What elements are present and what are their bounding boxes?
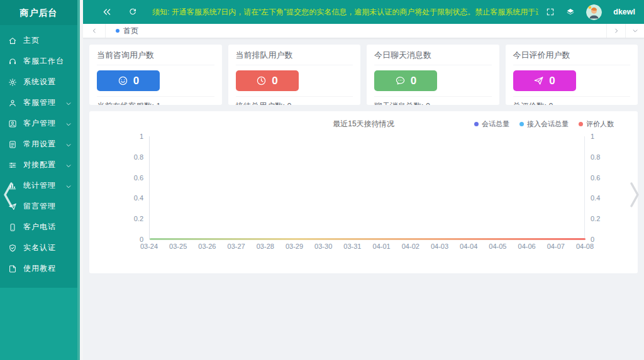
- y-tick-label: 1: [591, 133, 594, 140]
- stat-value: 0: [272, 75, 277, 87]
- x-tick-label: 04-08: [576, 243, 594, 250]
- stat-button[interactable]: 0: [374, 70, 437, 91]
- chevron-down-icon: [65, 183, 72, 189]
- stat-value: 0: [411, 75, 416, 87]
- announcement-text: 须知: 开通客服系统7日内，请在“左下角”提交您的实名信息，逾期未认证的商户将处…: [152, 7, 538, 18]
- stat-value: 0: [133, 75, 139, 87]
- page-content: 当前咨询用户数 0 当前在线客服数: 1 当前排队用户数: [83, 38, 644, 360]
- y-tick-label: 0.8: [134, 153, 143, 161]
- chevron-down-icon: [65, 141, 72, 148]
- sidebar-item[interactable]: 客服工作台: [0, 51, 77, 72]
- stat-card-footer: 当前在线客服数: 1: [97, 97, 214, 105]
- stat-card: 今日评价用户数 0 总评价数: 0: [506, 45, 638, 105]
- x-tick-label: 04-01: [373, 243, 391, 250]
- stat-card-footer: 聊天消息总数: 0: [374, 97, 492, 105]
- config-icon: [8, 161, 17, 170]
- clock-icon: [256, 75, 267, 86]
- stat-button[interactable]: 0: [97, 70, 160, 91]
- legend-item[interactable]: 评价人数: [579, 119, 614, 129]
- y-tick-label: 0.2: [134, 215, 143, 222]
- x-tick-label: 04-07: [547, 243, 565, 250]
- sidebar-nav: 主页 客服工作台 系统设置 客服管理: [0, 25, 77, 288]
- legend-dot: [579, 122, 583, 126]
- x-tick-label: 03-25: [169, 243, 187, 250]
- stat-card-title: 今日聊天消息数: [374, 50, 492, 65]
- chart-plot-area: [149, 136, 585, 239]
- username[interactable]: dkewl: [613, 8, 635, 16]
- collapse-sidebar-icon[interactable]: [102, 7, 112, 17]
- legend-label: 会话总量: [482, 119, 509, 129]
- legend-item[interactable]: 会话总量: [474, 119, 509, 129]
- stat-card-footer: 接待总用户数: 0: [236, 97, 353, 105]
- y-tick-label: 0.4: [134, 194, 143, 202]
- chart-panel: 最近15天接待情况 会话总量 接入会话总量: [89, 111, 638, 273]
- stat-card-title: 今日评价用户数: [513, 50, 631, 65]
- refresh-icon[interactable]: [128, 8, 137, 16]
- chevron-down-icon: [65, 162, 72, 168]
- customer-icon: [8, 119, 17, 128]
- x-tick-label: 03-31: [343, 243, 361, 250]
- send-icon: [533, 75, 544, 86]
- stat-card-title: 当前咨询用户数: [97, 50, 214, 65]
- x-tick-label: 03-24: [140, 243, 158, 250]
- tab-bar: 首页: [83, 24, 644, 38]
- stat-cards-row: 当前咨询用户数 0 当前在线客服数: 1 当前排队用户数: [89, 45, 638, 105]
- topbar: 须知: 开通客服系统7日内，请在“左下角”提交您的实名信息，逾期未认证的商户将处…: [83, 0, 644, 24]
- gear-icon: [8, 78, 17, 87]
- sidebar-item[interactable]: 实名认证: [0, 237, 77, 258]
- layers-icon[interactable]: [566, 8, 575, 16]
- x-tick-label: 03-28: [257, 243, 274, 250]
- tabs-scroll-left-icon[interactable]: [83, 24, 106, 38]
- stat-button[interactable]: 0: [236, 70, 299, 91]
- tabs-scroll-right-icon[interactable]: [606, 24, 625, 38]
- legend-item[interactable]: 接入会话总量: [519, 119, 569, 129]
- legend-label: 接入会话总量: [527, 119, 569, 129]
- y-tick-label: 0.6: [591, 174, 600, 182]
- y-tick-label: 0.8: [591, 153, 600, 161]
- sidebar-item[interactable]: 对接配置: [0, 155, 77, 175]
- stat-card: 当前排队用户数 0 接待总用户数: 0: [228, 45, 361, 105]
- sidebar-item[interactable]: 客服管理: [0, 92, 77, 113]
- chat-icon: [395, 75, 406, 86]
- chevron-down-icon: [65, 100, 72, 106]
- tabs-spacer: [148, 24, 606, 38]
- tab-home[interactable]: 首页: [106, 24, 148, 38]
- home-icon: [8, 36, 17, 45]
- x-tick-label: 04-02: [402, 243, 419, 250]
- avatar[interactable]: [586, 4, 602, 20]
- sidebar-item[interactable]: 主页: [0, 30, 77, 51]
- agent-icon: [8, 99, 17, 107]
- stat-value: 0: [549, 75, 555, 87]
- sidebar-item[interactable]: 使用教程: [0, 258, 77, 279]
- sidebar-item[interactable]: 客户管理: [0, 113, 77, 134]
- x-tick-label: 04-04: [460, 243, 477, 250]
- settings-doc-icon: [8, 140, 17, 149]
- sidebar-item[interactable]: 客户电话: [0, 217, 77, 237]
- headset-icon: [8, 57, 17, 66]
- phone-icon: [8, 223, 17, 232]
- legend-dot: [519, 122, 524, 126]
- stat-card-title: 当前排队用户数: [236, 50, 353, 65]
- x-tick-label: 03-27: [228, 243, 245, 250]
- y-tick-label: 0.4: [591, 194, 600, 202]
- x-tick-label: 04-05: [489, 243, 506, 250]
- y-axis-left: 10.80.60.40.20: [89, 136, 149, 239]
- sidebar-item[interactable]: 系统设置: [0, 72, 77, 92]
- stat-button[interactable]: 0: [513, 70, 576, 91]
- tabs-menu-icon[interactable]: [625, 24, 644, 38]
- fullscreen-icon[interactable]: [546, 8, 555, 16]
- verify-icon: [8, 244, 17, 253]
- app-title: 商户后台: [0, 0, 77, 25]
- active-tab-dot: [116, 29, 119, 33]
- topbar-right: dkewl: [546, 4, 635, 20]
- carousel-prev-icon[interactable]: [1, 177, 17, 212]
- x-axis: 03-2403-2503-2603-2703-2803-2903-3003-31…: [149, 243, 585, 253]
- legend-dot: [474, 122, 479, 126]
- carousel-next-icon[interactable]: [627, 177, 643, 212]
- tab-label: 首页: [123, 26, 138, 36]
- tutorial-icon: [8, 265, 17, 273]
- y-tick-label: 0.6: [134, 174, 143, 182]
- chart-legend: 会话总量 接入会话总量 评价人数: [474, 119, 614, 129]
- app-root: 商户后台 主页 客服工作台 系统设置: [0, 0, 644, 360]
- sidebar-item[interactable]: 常用设置: [0, 134, 77, 155]
